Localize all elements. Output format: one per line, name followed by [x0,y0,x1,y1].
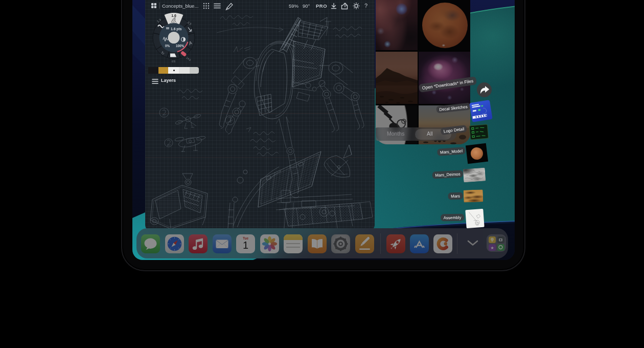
svg-text:★: ★ [490,246,494,250]
